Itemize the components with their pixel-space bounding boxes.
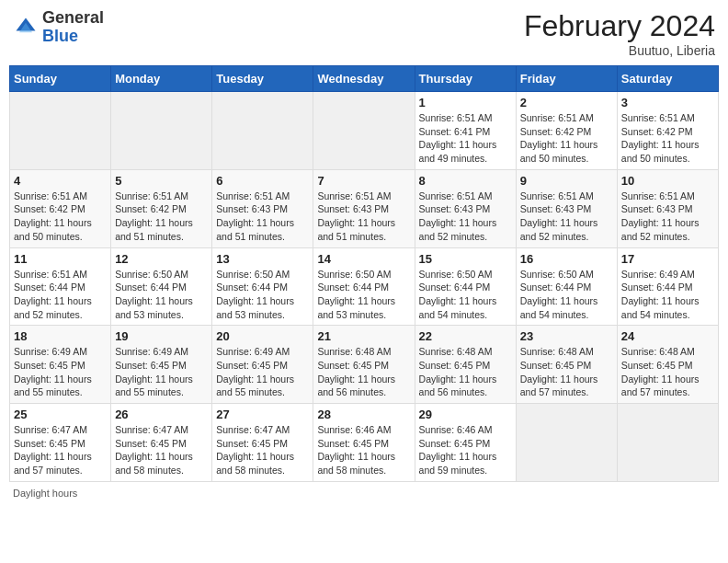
- day-number: 21: [317, 329, 410, 343]
- day-info: Sunrise: 6:51 AM Sunset: 6:43 PM Dayligh…: [216, 190, 309, 244]
- calendar-week-row: 11Sunrise: 6:51 AM Sunset: 6:44 PM Dayli…: [10, 247, 719, 326]
- calendar-cell: 14Sunrise: 6:50 AM Sunset: 6:44 PM Dayli…: [313, 247, 415, 326]
- calendar-cell: 1Sunrise: 6:51 AM Sunset: 6:41 PM Daylig…: [415, 92, 516, 170]
- calendar-table: SundayMondayTuesdayWednesdayThursdayFrid…: [9, 65, 719, 482]
- weekday-header: Thursday: [415, 66, 516, 92]
- calendar-cell: [111, 92, 212, 170]
- day-info: Sunrise: 6:51 AM Sunset: 6:43 PM Dayligh…: [317, 190, 410, 244]
- day-info: Sunrise: 6:47 AM Sunset: 6:45 PM Dayligh…: [115, 423, 208, 477]
- day-number: 7: [317, 174, 410, 188]
- calendar-cell: 3Sunrise: 6:51 AM Sunset: 6:42 PM Daylig…: [617, 92, 718, 170]
- day-info: Sunrise: 6:50 AM Sunset: 6:44 PM Dayligh…: [216, 268, 309, 322]
- day-number: 18: [14, 329, 107, 343]
- calendar-cell: 27Sunrise: 6:47 AM Sunset: 6:45 PM Dayli…: [212, 404, 313, 482]
- calendar-cell: 29Sunrise: 6:46 AM Sunset: 6:45 PM Dayli…: [415, 404, 516, 482]
- day-number: 13: [216, 252, 309, 266]
- day-number: 11: [14, 252, 107, 266]
- calendar-cell: 7Sunrise: 6:51 AM Sunset: 6:43 PM Daylig…: [313, 169, 415, 247]
- calendar-cell: 20Sunrise: 6:49 AM Sunset: 6:45 PM Dayli…: [212, 326, 313, 404]
- day-info: Sunrise: 6:49 AM Sunset: 6:45 PM Dayligh…: [14, 345, 107, 399]
- weekday-header: Tuesday: [212, 66, 313, 92]
- logo-general-text: General: [42, 9, 104, 28]
- calendar-week-row: 1Sunrise: 6:51 AM Sunset: 6:41 PM Daylig…: [10, 92, 719, 170]
- calendar-cell: 2Sunrise: 6:51 AM Sunset: 6:42 PM Daylig…: [516, 92, 617, 170]
- day-info: Sunrise: 6:46 AM Sunset: 6:45 PM Dayligh…: [419, 423, 512, 477]
- weekday-header-row: SundayMondayTuesdayWednesdayThursdayFrid…: [10, 66, 719, 92]
- day-number: 6: [216, 174, 309, 188]
- calendar-cell: 16Sunrise: 6:50 AM Sunset: 6:44 PM Dayli…: [516, 247, 617, 326]
- calendar-cell: 11Sunrise: 6:51 AM Sunset: 6:44 PM Dayli…: [10, 247, 111, 326]
- day-info: Sunrise: 6:51 AM Sunset: 6:42 PM Dayligh…: [115, 190, 208, 244]
- calendar-cell: 24Sunrise: 6:48 AM Sunset: 6:45 PM Dayli…: [617, 326, 718, 404]
- day-number: 10: [621, 174, 714, 188]
- calendar-cell: [10, 92, 111, 170]
- day-info: Sunrise: 6:48 AM Sunset: 6:45 PM Dayligh…: [520, 345, 613, 399]
- weekday-header: Monday: [111, 66, 212, 92]
- day-number: 2: [520, 96, 613, 109]
- day-number: 16: [520, 252, 613, 266]
- day-number: 3: [621, 96, 714, 109]
- day-info: Sunrise: 6:51 AM Sunset: 6:44 PM Dayligh…: [14, 268, 107, 322]
- calendar-week-row: 25Sunrise: 6:47 AM Sunset: 6:45 PM Dayli…: [10, 404, 719, 482]
- weekday-header: Wednesday: [313, 66, 415, 92]
- day-info: Sunrise: 6:47 AM Sunset: 6:45 PM Dayligh…: [14, 423, 107, 477]
- calendar-cell: 25Sunrise: 6:47 AM Sunset: 6:45 PM Dayli…: [10, 404, 111, 482]
- day-info: Sunrise: 6:49 AM Sunset: 6:45 PM Dayligh…: [216, 345, 309, 399]
- calendar-cell: 10Sunrise: 6:51 AM Sunset: 6:43 PM Dayli…: [617, 169, 718, 247]
- day-info: Sunrise: 6:50 AM Sunset: 6:44 PM Dayligh…: [115, 268, 208, 322]
- calendar-cell: 5Sunrise: 6:51 AM Sunset: 6:42 PM Daylig…: [111, 169, 212, 247]
- page-header: General Blue February 2024 Buutuo, Liber…: [9, 9, 719, 58]
- day-number: 20: [216, 329, 309, 343]
- calendar-footer: Daylight hours: [9, 488, 719, 499]
- day-info: Sunrise: 6:51 AM Sunset: 6:42 PM Dayligh…: [520, 111, 613, 166]
- day-info: Sunrise: 6:51 AM Sunset: 6:41 PM Dayligh…: [419, 111, 512, 166]
- calendar-cell: [212, 92, 313, 170]
- day-number: 26: [115, 408, 208, 421]
- calendar-cell: 18Sunrise: 6:49 AM Sunset: 6:45 PM Dayli…: [10, 326, 111, 404]
- calendar-week-row: 18Sunrise: 6:49 AM Sunset: 6:45 PM Dayli…: [10, 326, 719, 404]
- day-number: 8: [419, 174, 512, 188]
- day-number: 14: [317, 252, 410, 266]
- day-number: 24: [621, 329, 714, 343]
- day-info: Sunrise: 6:50 AM Sunset: 6:44 PM Dayligh…: [520, 268, 613, 322]
- day-info: Sunrise: 6:47 AM Sunset: 6:45 PM Dayligh…: [216, 423, 309, 477]
- day-info: Sunrise: 6:48 AM Sunset: 6:45 PM Dayligh…: [621, 345, 714, 399]
- day-info: Sunrise: 6:51 AM Sunset: 6:42 PM Dayligh…: [621, 111, 714, 166]
- title-block: February 2024 Buutuo, Liberia: [524, 9, 715, 58]
- day-number: 12: [115, 252, 208, 266]
- calendar-title: February 2024: [524, 9, 715, 43]
- calendar-cell: 4Sunrise: 6:51 AM Sunset: 6:42 PM Daylig…: [10, 169, 111, 247]
- day-info: Sunrise: 6:50 AM Sunset: 6:44 PM Dayligh…: [317, 268, 410, 322]
- calendar-cell: 19Sunrise: 6:49 AM Sunset: 6:45 PM Dayli…: [111, 326, 212, 404]
- calendar-cell: 13Sunrise: 6:50 AM Sunset: 6:44 PM Dayli…: [212, 247, 313, 326]
- calendar-cell: 22Sunrise: 6:48 AM Sunset: 6:45 PM Dayli…: [415, 326, 516, 404]
- day-info: Sunrise: 6:51 AM Sunset: 6:43 PM Dayligh…: [520, 190, 613, 244]
- logo-icon: [13, 15, 39, 40]
- day-info: Sunrise: 6:48 AM Sunset: 6:45 PM Dayligh…: [419, 345, 512, 399]
- day-info: Sunrise: 6:51 AM Sunset: 6:43 PM Dayligh…: [419, 190, 512, 244]
- calendar-week-row: 4Sunrise: 6:51 AM Sunset: 6:42 PM Daylig…: [10, 169, 719, 247]
- day-info: Sunrise: 6:50 AM Sunset: 6:44 PM Dayligh…: [419, 268, 512, 322]
- calendar-cell: [313, 92, 415, 170]
- daylight-label: Daylight hours: [13, 488, 77, 499]
- calendar-cell: 26Sunrise: 6:47 AM Sunset: 6:45 PM Dayli…: [111, 404, 212, 482]
- logo-blue-text: Blue: [42, 28, 104, 46]
- day-number: 19: [115, 329, 208, 343]
- day-number: 4: [14, 174, 107, 188]
- calendar-cell: [617, 404, 718, 482]
- calendar-cell: 6Sunrise: 6:51 AM Sunset: 6:43 PM Daylig…: [212, 169, 313, 247]
- calendar-cell: 8Sunrise: 6:51 AM Sunset: 6:43 PM Daylig…: [415, 169, 516, 247]
- day-info: Sunrise: 6:49 AM Sunset: 6:45 PM Dayligh…: [115, 345, 208, 399]
- calendar-cell: 9Sunrise: 6:51 AM Sunset: 6:43 PM Daylig…: [516, 169, 617, 247]
- day-number: 15: [419, 252, 512, 266]
- day-number: 22: [419, 329, 512, 343]
- calendar-cell: [516, 404, 617, 482]
- day-number: 28: [317, 408, 410, 421]
- weekday-header: Friday: [516, 66, 617, 92]
- day-info: Sunrise: 6:46 AM Sunset: 6:45 PM Dayligh…: [317, 423, 410, 477]
- day-info: Sunrise: 6:48 AM Sunset: 6:45 PM Dayligh…: [317, 345, 410, 399]
- day-number: 1: [419, 96, 512, 109]
- day-number: 25: [14, 408, 107, 421]
- calendar-cell: 23Sunrise: 6:48 AM Sunset: 6:45 PM Dayli…: [516, 326, 617, 404]
- calendar-cell: 21Sunrise: 6:48 AM Sunset: 6:45 PM Dayli…: [313, 326, 415, 404]
